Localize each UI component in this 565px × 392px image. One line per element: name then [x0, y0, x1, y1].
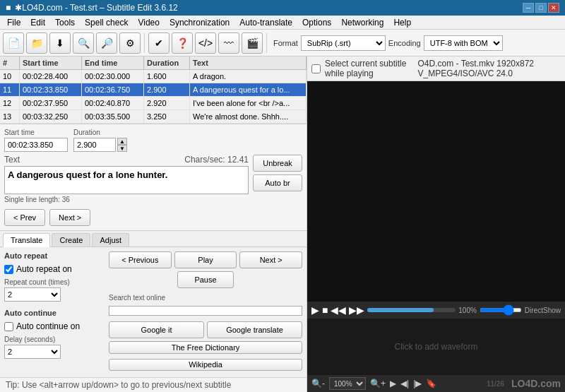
maximize-button[interactable]: □ [535, 3, 547, 13]
check-button[interactable]: ✔ [148, 32, 170, 54]
zoom-select[interactable]: 100%150%200% [329, 377, 366, 390]
tab-create[interactable]: Create [52, 233, 90, 247]
menu-file[interactable]: File [3, 16, 25, 29]
duration-down-btn[interactable]: ▼ [117, 145, 127, 152]
auto-continue-on-label: Auto continue on [16, 321, 80, 331]
table-row[interactable]: 11 00:02:33.850 00:02:36.750 2.900 A dan… [0, 83, 307, 97]
cell-text: We're almost done. Shhh.... [190, 110, 307, 123]
auto-repeat-on-row: Auto repeat on [4, 264, 103, 274]
help-icon-btn[interactable]: ❓ [172, 32, 193, 54]
video-btn[interactable]: 🎬 [242, 32, 263, 54]
delay-select[interactable]: 2345 [4, 345, 61, 359]
volume-slider[interactable] [480, 308, 522, 312]
subtitle-check-bar: Select current subtitle while playing O4… [307, 57, 565, 81]
menu-spellcheck[interactable]: Spell check [81, 16, 132, 29]
google-it-button[interactable]: Google it [109, 321, 204, 338]
video-container: ▶ ■ ◀◀ ▶▶ 100% DirectShow [307, 81, 565, 319]
waveform-zoom-out[interactable]: 🔍- [311, 379, 325, 388]
video-controls: ▶ ■ ◀◀ ▶▶ 100% DirectShow [307, 302, 565, 319]
subtitle-check-checkbox[interactable] [311, 64, 321, 73]
step-back-icon[interactable]: ◀◀ [331, 304, 346, 316]
table-header: # Start time End time Duration Text [0, 57, 307, 70]
repeat-count-label: Repeat count (times) [4, 278, 103, 286]
table-row[interactable]: 10 00:02:28.400 00:02:30.000 1.600 A dra… [0, 70, 307, 83]
previous-button[interactable]: < Previous [109, 251, 172, 268]
encoding-label: Encoding [388, 39, 421, 47]
menu-networking[interactable]: Networking [337, 16, 388, 29]
waveform-nav-left[interactable]: ◀| [400, 379, 409, 388]
code-button[interactable]: </> [195, 32, 216, 54]
subtitle-textarea[interactable]: A dangerous quest for a lone hunter. [4, 166, 249, 194]
col-start: Start time [20, 57, 82, 69]
search-button[interactable]: 🔍 [73, 32, 94, 54]
auto-br-button[interactable]: Auto br [253, 174, 302, 191]
format-select[interactable]: SubRip (.srt) [301, 35, 386, 51]
nav-row: < Prev Next > [4, 209, 302, 226]
tip-text: Tip: Use <alt+arrow up/down> to go to pr… [6, 380, 231, 390]
subtitle-check-label: Select current subtitle while playing [325, 59, 414, 78]
unbreak-button[interactable]: Unbreak [253, 155, 302, 172]
repeat-count-select[interactable]: 2345 [4, 287, 61, 302]
title-bar: ■ ✱LO4D.com - Test.srt – Subtitle Edit 3… [0, 0, 565, 16]
waveform-nav-right[interactable]: |▶ [413, 379, 422, 388]
cell-duration: 2.900 [144, 83, 190, 96]
cell-num: 13 [0, 110, 20, 123]
delay-label: Delay (seconds) [4, 335, 103, 343]
waveform-play-btn[interactable]: ▶ [390, 379, 396, 388]
tab-translate[interactable]: Translate [3, 233, 50, 247]
menu-autotranslate[interactable]: Auto-translate [235, 16, 297, 29]
stop-icon[interactable]: ■ [322, 304, 328, 316]
google-translate-button[interactable]: Google translate [207, 321, 302, 338]
menu-synchronization[interactable]: Synchronization [165, 16, 234, 29]
menu-edit[interactable]: Edit [26, 16, 49, 29]
cell-text: A dragon. [190, 70, 307, 83]
cell-text: I've been alone for <br />a... [190, 97, 307, 109]
auto-continue-on-checkbox[interactable] [4, 322, 13, 331]
waveform-mark[interactable]: 🔖 [426, 379, 436, 388]
minimize-button[interactable]: ─ [523, 3, 534, 13]
menu-options[interactable]: Options [298, 16, 335, 29]
encoding-select[interactable]: UTF-8 with BOM [424, 35, 503, 51]
step-forward-icon[interactable]: ▶▶ [349, 304, 364, 316]
tip-bar: Tip: Use <alt+arrow up/down> to go to pr… [0, 377, 307, 392]
free-dict-button[interactable]: The Free Dictionary [109, 341, 302, 353]
next-play-button[interactable]: Next > [239, 251, 302, 268]
pause-button[interactable]: Pause [177, 271, 234, 288]
duration-group: Duration ▲ ▼ [73, 129, 127, 152]
settings-button[interactable]: ⚙ [119, 32, 141, 54]
next-button[interactable]: Next > [49, 209, 90, 226]
text-header: Text Chars/sec: 12.41 [4, 155, 249, 165]
auto-repeat-on-checkbox[interactable] [4, 265, 13, 274]
tab-adjust[interactable]: Adjust [92, 233, 129, 247]
table-row[interactable]: 13 00:03:32.250 00:03:35.500 3.250 We're… [0, 110, 307, 124]
col-end: End time [82, 57, 144, 69]
right-controls: < Previous Play Next > Pause Search text… [109, 251, 302, 373]
table-row[interactable]: 12 00:02:37.950 00:02:40.870 2.920 I've … [0, 97, 307, 110]
auto-continue-on-row: Auto continue on [4, 321, 103, 331]
duration-input[interactable] [73, 138, 116, 152]
auto-continue-title: Auto continue [4, 309, 103, 317]
new-button[interactable]: 📄 [3, 32, 24, 54]
progress-bar[interactable] [367, 308, 456, 312]
wikipedia-button[interactable]: Wikipedia [109, 359, 302, 371]
play-pause-icon[interactable]: ▶ [311, 304, 319, 316]
open-button[interactable]: 📁 [26, 32, 47, 54]
cell-start: 00:02:28.400 [20, 70, 82, 83]
prev-button[interactable]: < Prev [4, 209, 45, 226]
menu-video[interactable]: Video [133, 16, 163, 29]
save-button[interactable]: ⬇ [49, 32, 71, 54]
wave-button[interactable]: 〰 [218, 32, 239, 54]
waveform-area[interactable]: Click to add waveform [307, 319, 565, 375]
duration-up-btn[interactable]: ▲ [117, 138, 127, 145]
search-input[interactable] [109, 306, 302, 316]
start-time-input[interactable] [4, 138, 68, 152]
menu-help[interactable]: Help [389, 16, 415, 29]
waveform-zoom-in[interactable]: 🔍+ [370, 379, 386, 388]
cell-end: 00:02:36.750 [82, 83, 144, 96]
search-btns-row1: Google it Google translate [109, 321, 302, 338]
menu-tools[interactable]: Tools [51, 16, 79, 29]
replace-button[interactable]: 🔎 [96, 32, 117, 54]
close-button[interactable]: ✕ [548, 3, 559, 13]
play-button[interactable]: Play [174, 251, 237, 268]
edit-row1: Start time Duration ▲ ▼ [4, 129, 302, 152]
